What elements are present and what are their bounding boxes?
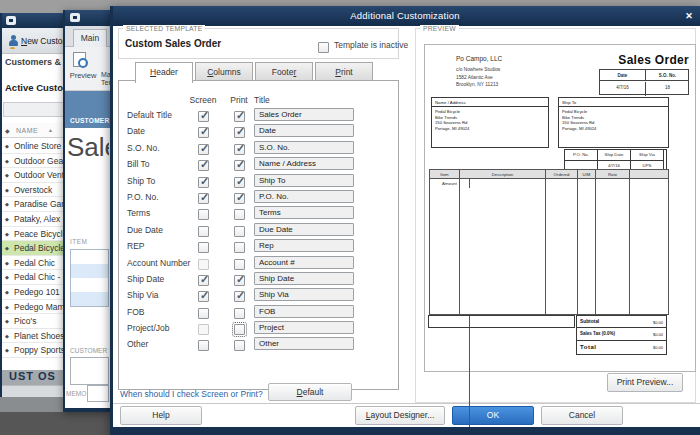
title-input[interactable]: [254, 305, 354, 318]
po-header-cell: Ship Via: [631, 150, 664, 160]
customer-list-item[interactable]: ◆Outdoor Ventu: [2, 168, 66, 183]
screen-checkbox[interactable]: [198, 160, 209, 171]
screen-checkbox[interactable]: [198, 308, 209, 319]
dialog-titlebar: Additional Customization: [110, 6, 700, 26]
title-input[interactable]: [254, 239, 354, 252]
help-button[interactable]: Help: [120, 406, 202, 425]
customer-message-input[interactable]: [70, 357, 109, 385]
manage-templates-button[interactable]: ManageTemplates: [101, 71, 110, 86]
customer-name: Pico's: [14, 316, 36, 326]
screen-checkbox[interactable]: [198, 324, 209, 335]
screen-checkbox[interactable]: [198, 209, 209, 220]
print-checkbox[interactable]: [234, 127, 245, 138]
customer-list-item[interactable]: ◆Online Store: [2, 139, 66, 154]
customer-list-item[interactable]: ◆Pico's: [2, 314, 66, 329]
title-input[interactable]: [254, 157, 354, 170]
screen-checkbox[interactable]: [198, 127, 209, 138]
message-box: [428, 315, 575, 328]
print-checkbox[interactable]: [234, 160, 245, 171]
title-input[interactable]: [254, 223, 354, 236]
print-checkbox[interactable]: [234, 226, 245, 237]
title-input[interactable]: [254, 272, 354, 285]
tab-columns[interactable]: Columns: [195, 62, 253, 81]
divider: [110, 403, 700, 404]
title-input[interactable]: [254, 174, 354, 187]
screen-checkbox[interactable]: [198, 291, 209, 302]
screen-checkbox[interactable]: [198, 340, 209, 351]
title-input[interactable]: [254, 190, 354, 203]
memo-input[interactable]: [87, 385, 109, 402]
line-item-grid[interactable]: [70, 249, 109, 307]
dialog-border: [110, 6, 113, 435]
print-checkbox[interactable]: [234, 242, 245, 253]
customer-list-item[interactable]: ◆Pedego 101: [2, 285, 66, 300]
tab-print[interactable]: Print: [315, 62, 373, 81]
totals-row: Sales Tax (0.0%)$0.00: [576, 328, 667, 341]
name-column-header[interactable]: ◆ NAME ▲: [2, 123, 66, 138]
default-button[interactable]: Default: [268, 383, 352, 401]
screen-checkbox[interactable]: [198, 177, 209, 188]
customer-list-item[interactable]: ◆Planet Shoes: [2, 329, 66, 344]
title-input[interactable]: [254, 141, 354, 154]
new-customer-icon: [8, 35, 19, 47]
title-input[interactable]: [254, 256, 354, 269]
customer-list-item[interactable]: ◆Pedal Chic - N: [2, 270, 66, 285]
tab-main[interactable]: Main: [73, 29, 107, 47]
customization-row: Ship Via: [119, 288, 398, 304]
window-icon: [70, 13, 80, 22]
customer-list-item[interactable]: ◆Pataky, Alex: [2, 212, 66, 227]
customer-list-item[interactable]: ◆Peace Bicycle: [2, 227, 66, 242]
new-customer-button[interactable]: New Customer: [21, 36, 66, 46]
customer-list-footer: [2, 385, 66, 397]
customer-list-item[interactable]: ◆Pedal Bicycle: [2, 241, 66, 256]
print-checkbox[interactable]: [234, 324, 245, 335]
print-checkbox[interactable]: [234, 340, 245, 351]
print-checkbox[interactable]: [234, 193, 245, 204]
customer-filter-dropdown[interactable]: Active Custom: [5, 82, 65, 93]
print-preview-button[interactable]: Print Preview...: [607, 373, 683, 392]
preview-page: Po Campo, LLC c/o Nowhere Studios1582 At…: [424, 44, 696, 372]
print-checkbox[interactable]: [234, 144, 245, 155]
screen-checkbox[interactable]: [198, 193, 209, 204]
cancel-button[interactable]: Cancel: [541, 406, 623, 425]
title-input[interactable]: [254, 321, 354, 334]
title-input[interactable]: [254, 206, 354, 219]
screen-checkbox[interactable]: [198, 275, 209, 286]
preview-tool-button[interactable]: Preview: [65, 71, 101, 80]
bill-to-box: Name / Address Pedal BicycleBike Trends1…: [431, 97, 549, 148]
template-inactive-checkbox[interactable]: [318, 42, 329, 53]
customer-list-item[interactable]: ◆Pedego Mam: [2, 300, 66, 315]
customer-search-input[interactable]: [3, 102, 65, 117]
totals-table: Subtotal$0.00Sales Tax (0.0%)$0.00Total$…: [576, 315, 667, 355]
diamond-icon: ◆: [5, 158, 9, 164]
print-checkbox[interactable]: [234, 308, 245, 319]
title-input[interactable]: [254, 108, 354, 121]
customer-list-item[interactable]: ◆Overstock: [2, 183, 66, 198]
print-checkbox[interactable]: [234, 259, 245, 270]
close-icon[interactable]: ✕: [682, 9, 696, 23]
screen-or-print-help-link[interactable]: When should I check Screen or Print?: [120, 389, 263, 399]
row-label: Default Title: [127, 110, 172, 120]
screen-checkbox[interactable]: [198, 226, 209, 237]
print-checkbox[interactable]: [234, 111, 245, 122]
selected-template-label: SELECTED TEMPLATE: [123, 25, 205, 32]
screen-checkbox[interactable]: [198, 242, 209, 253]
print-checkbox[interactable]: [234, 275, 245, 286]
customer-list-item[interactable]: ◆Paradise Gar: [2, 197, 66, 212]
screen-checkbox[interactable]: [198, 259, 209, 270]
screen-checkbox[interactable]: [198, 111, 209, 122]
customer-list-item[interactable]: ◆Outdoor Gear: [2, 154, 66, 169]
title-input[interactable]: [254, 288, 354, 301]
print-checkbox[interactable]: [234, 291, 245, 302]
tab-footer[interactable]: Footer: [255, 62, 313, 81]
screen-checkbox[interactable]: [198, 144, 209, 155]
customer-name: Overstock: [14, 185, 52, 195]
title-input[interactable]: [254, 124, 354, 137]
print-checkbox[interactable]: [234, 209, 245, 220]
customer-list-item[interactable]: ◆Pedal Chic: [2, 256, 66, 271]
customer-list-item[interactable]: ◆Poppy Sports: [2, 343, 66, 358]
tab-customers-jobs[interactable]: Customers & J: [5, 57, 65, 67]
tab-header[interactable]: Header: [135, 62, 193, 83]
title-input[interactable]: [254, 337, 354, 350]
print-checkbox[interactable]: [234, 177, 245, 188]
